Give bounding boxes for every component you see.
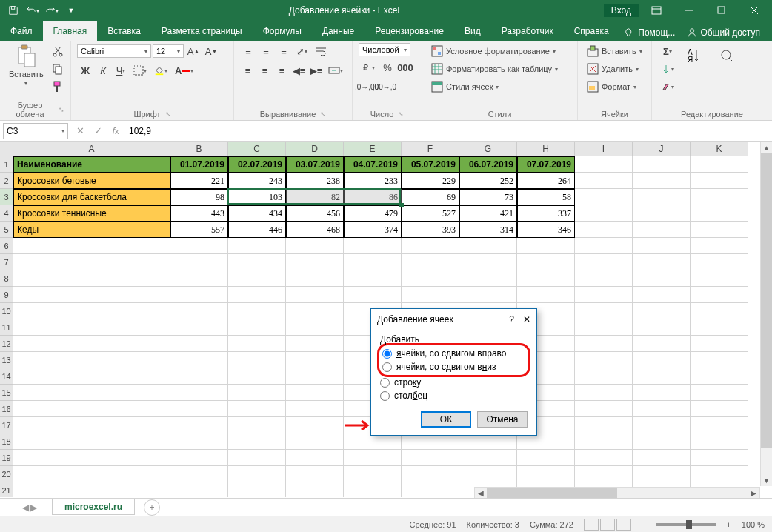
- cell[interactable]: [575, 466, 633, 482]
- launcher-icon[interactable]: ⤡: [320, 110, 326, 118]
- font-name-combo[interactable]: Calibri▾: [77, 44, 151, 58]
- percent-icon[interactable]: %: [379, 59, 396, 76]
- cell[interactable]: [286, 270, 344, 287]
- cell[interactable]: [228, 254, 286, 270]
- row-header[interactable]: 17: [0, 417, 13, 433]
- radio-column[interactable]: [380, 391, 390, 401]
- help-icon[interactable]: ?: [500, 314, 523, 325]
- cell[interactable]: [633, 222, 691, 238]
- cell[interactable]: 86: [344, 189, 402, 205]
- row-header[interactable]: 12: [0, 336, 13, 352]
- cell[interactable]: [633, 466, 691, 482]
- underline-icon[interactable]: Ч▾: [113, 62, 129, 79]
- cancel-button[interactable]: Отмена: [477, 411, 528, 428]
- cell[interactable]: [170, 368, 228, 385]
- decrease-decimal-icon[interactable]: ,00→,0: [376, 79, 393, 95]
- column-header[interactable]: F: [402, 142, 459, 156]
- cell[interactable]: [286, 254, 344, 270]
- cell[interactable]: [170, 417, 228, 433]
- qat-customize-icon[interactable]: ▼: [62, 2, 80, 19]
- cell[interactable]: [633, 287, 691, 303]
- cell[interactable]: [633, 189, 691, 205]
- borders-icon[interactable]: ▾: [130, 62, 150, 79]
- insert-cells-button[interactable]: Вставить▾: [584, 43, 645, 59]
- cell[interactable]: 02.07.2019: [228, 156, 286, 173]
- paste-button[interactable]: Вставить▾: [6, 43, 47, 88]
- cell[interactable]: [691, 189, 748, 205]
- cell[interactable]: 69: [402, 189, 459, 205]
- cell[interactable]: [228, 287, 286, 303]
- cell[interactable]: [575, 401, 633, 417]
- name-box[interactable]: C3▾: [3, 123, 68, 139]
- cell[interactable]: [575, 156, 633, 173]
- cell[interactable]: [691, 417, 748, 433]
- bold-icon[interactable]: Ж: [77, 62, 93, 79]
- cell[interactable]: Кеды: [13, 222, 170, 238]
- cell[interactable]: [691, 450, 748, 466]
- cell[interactable]: [13, 336, 170, 352]
- cell[interactable]: [13, 401, 170, 417]
- cell[interactable]: [691, 319, 748, 336]
- currency-icon[interactable]: ₽▾: [359, 59, 378, 76]
- fill-icon[interactable]: ▾: [658, 61, 677, 77]
- cell[interactable]: [575, 303, 633, 319]
- cell[interactable]: [459, 433, 517, 450]
- row-header[interactable]: 16: [0, 401, 13, 417]
- cell[interactable]: [691, 433, 748, 450]
- cell[interactable]: [286, 401, 344, 417]
- cell[interactable]: Кроссовки для баскетбола: [13, 189, 170, 205]
- row-header[interactable]: 11: [0, 319, 13, 336]
- enter-formula-icon[interactable]: ✓: [89, 123, 107, 139]
- cell[interactable]: [575, 368, 633, 385]
- cell[interactable]: [286, 417, 344, 433]
- cell[interactable]: [575, 238, 633, 254]
- cell[interactable]: [691, 173, 748, 189]
- cell[interactable]: [228, 238, 286, 254]
- cell[interactable]: [170, 238, 228, 254]
- cell[interactable]: Кроссовки беговые: [13, 173, 170, 189]
- redo-icon[interactable]: ▾: [43, 2, 61, 19]
- maximize-icon[interactable]: [707, 0, 736, 21]
- option-shift-right[interactable]: ячейки, со сдвигом вправо: [382, 347, 525, 360]
- cell[interactable]: [286, 368, 344, 385]
- cell[interactable]: 58: [517, 189, 575, 205]
- tell-me[interactable]: Помощ...: [620, 24, 679, 41]
- close-dialog-icon[interactable]: ✕: [523, 314, 530, 325]
- row-header[interactable]: 7: [0, 254, 13, 270]
- cell[interactable]: [13, 238, 170, 254]
- cell[interactable]: [13, 254, 170, 270]
- cell[interactable]: [575, 450, 633, 466]
- radio-row[interactable]: [380, 378, 390, 388]
- cell[interactable]: 06.07.2019: [459, 156, 517, 173]
- copy-icon[interactable]: [50, 61, 66, 77]
- format-painter-icon[interactable]: [50, 79, 66, 95]
- row-header[interactable]: 4: [0, 205, 13, 222]
- cell[interactable]: [633, 336, 691, 352]
- cell[interactable]: [517, 238, 575, 254]
- cell[interactable]: [13, 352, 170, 368]
- delete-cells-button[interactable]: Удалить▾: [584, 61, 645, 77]
- cell[interactable]: 04.07.2019: [344, 156, 402, 173]
- vertical-scrollbar[interactable]: ▲▼: [760, 142, 772, 486]
- cell[interactable]: [459, 450, 517, 466]
- cell[interactable]: [575, 254, 633, 270]
- cell[interactable]: [633, 368, 691, 385]
- cell[interactable]: 468: [286, 222, 344, 238]
- cell[interactable]: [575, 222, 633, 238]
- cell[interactable]: [13, 319, 170, 336]
- cell[interactable]: [228, 466, 286, 482]
- undo-icon[interactable]: ▾: [24, 2, 41, 19]
- view-pagelayout-icon[interactable]: [600, 519, 615, 531]
- cell[interactable]: [402, 450, 459, 466]
- cell[interactable]: [286, 303, 344, 319]
- row-header[interactable]: 8: [0, 270, 13, 287]
- column-header[interactable]: K: [691, 142, 748, 156]
- row-header[interactable]: 21: [0, 482, 13, 497]
- view-normal-icon[interactable]: [584, 519, 599, 531]
- align-center-icon[interactable]: ≡: [257, 62, 273, 79]
- cell[interactable]: 443: [170, 205, 228, 222]
- cancel-formula-icon[interactable]: ✕: [71, 123, 89, 139]
- cell[interactable]: [286, 336, 344, 352]
- cell[interactable]: [170, 352, 228, 368]
- cell[interactable]: [228, 450, 286, 466]
